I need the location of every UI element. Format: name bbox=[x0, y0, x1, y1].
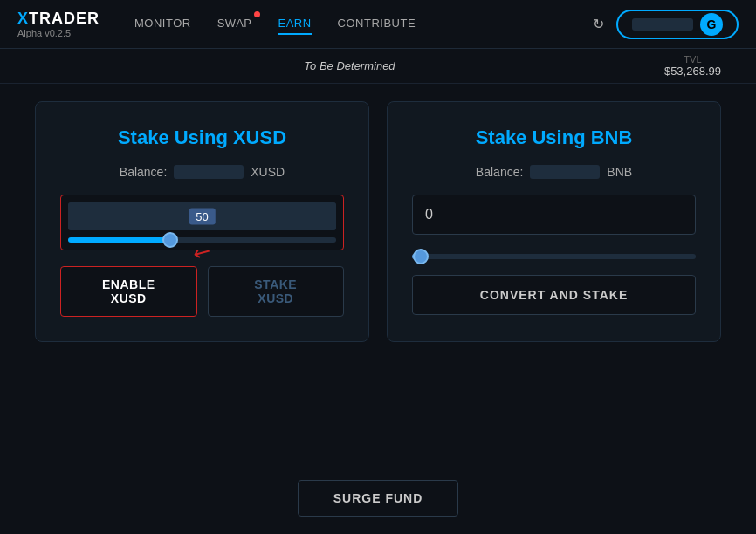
cards-row: Stake Using XUSD Balance: XUSD 50 bbox=[35, 101, 721, 342]
wallet-icon: G bbox=[700, 13, 723, 36]
tvl-label: TVL bbox=[684, 54, 701, 65]
xusd-buttons-row: ↙ ENABLEXUSD STAKEXUSD bbox=[60, 266, 344, 317]
bnb-balance-currency: BNB bbox=[607, 165, 632, 179]
stake-xusd-button[interactable]: STAKEXUSD bbox=[208, 266, 345, 317]
xusd-slider-display: 50 bbox=[68, 202, 336, 230]
xusd-balance-currency: XUSD bbox=[251, 165, 285, 179]
xusd-balance-row: Balance: XUSD bbox=[60, 165, 344, 179]
xusd-slider-bubble: 50 bbox=[189, 209, 215, 225]
xusd-balance-mask bbox=[174, 165, 244, 179]
nav-swap[interactable]: SWAP bbox=[217, 13, 252, 35]
version-label: Alpha v0.2.5 bbox=[17, 28, 100, 38]
swap-dot bbox=[254, 11, 260, 17]
sub-header: To Be Determined TVL $53,268.99 bbox=[0, 49, 756, 84]
nav-monitor[interactable]: MONITOR bbox=[134, 13, 191, 35]
refresh-button[interactable]: ↻ bbox=[593, 16, 604, 32]
surge-fund-button[interactable]: SURGE FUND bbox=[298, 480, 459, 517]
tvl-item: TVL $53,268.99 bbox=[664, 54, 721, 78]
logo-area: XTRADER Alpha v0.2.5 bbox=[17, 10, 100, 38]
bnb-slider-track bbox=[412, 254, 696, 259]
main-content: Stake Using XUSD Balance: XUSD 50 bbox=[0, 84, 756, 359]
navbar: XTRADER Alpha v0.2.5 MONITOR SWAP EARN C… bbox=[0, 0, 756, 49]
xusd-balance-label: Balance: bbox=[120, 165, 167, 179]
xusd-card-title: Stake Using XUSD bbox=[60, 127, 344, 149]
tbd-value: To Be Determined bbox=[304, 59, 395, 72]
nav-links: MONITOR SWAP EARN CONTRIBUTE bbox=[134, 13, 593, 35]
logo-trader: TRADER bbox=[29, 10, 100, 27]
logo-text: XTRADER bbox=[17, 10, 100, 28]
bnb-amount-input[interactable] bbox=[412, 195, 696, 235]
bnb-slider[interactable] bbox=[412, 250, 696, 259]
bnb-balance-label: Balance: bbox=[476, 165, 523, 179]
bnb-balance-row: Balance: BNB bbox=[412, 165, 696, 179]
wallet-address-mask bbox=[632, 18, 693, 31]
tbd-item: To Be Determined bbox=[304, 59, 395, 72]
enable-xusd-button[interactable]: ENABLEXUSD bbox=[60, 266, 197, 317]
nav-earn[interactable]: EARN bbox=[278, 13, 311, 35]
xusd-slider-thumb bbox=[162, 232, 178, 248]
bnb-balance-mask bbox=[530, 165, 600, 179]
bnb-card: Stake Using BNB Balance: BNB CONVERT AND… bbox=[387, 101, 721, 342]
logo-x: X bbox=[17, 10, 29, 27]
xusd-card: Stake Using XUSD Balance: XUSD 50 bbox=[35, 101, 369, 342]
bnb-card-title: Stake Using BNB bbox=[412, 127, 696, 149]
bottom-bar: SURGE FUND bbox=[0, 480, 756, 517]
nav-right: ↻ G bbox=[593, 10, 739, 39]
wallet-button[interactable]: G bbox=[616, 10, 739, 39]
tvl-value: $53,268.99 bbox=[664, 65, 721, 78]
bnb-slider-thumb bbox=[413, 249, 429, 264]
nav-contribute[interactable]: CONTRIBUTE bbox=[338, 13, 416, 35]
convert-and-stake-button[interactable]: CONVERT AND STAKE bbox=[412, 275, 696, 315]
